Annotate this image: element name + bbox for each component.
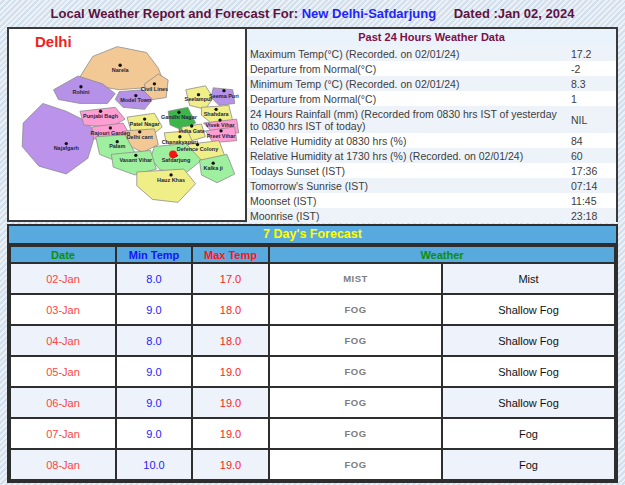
past24-row: 24 Hours Rainfall (mm) (Recorded from 08…: [247, 106, 616, 133]
column-header-weather: Weather: [269, 246, 615, 263]
forecast-max-temp: 18.0: [192, 294, 269, 325]
past24-panel: Past 24 Hours Weather Data Maximum Temp(…: [247, 29, 616, 220]
map-region-label: Palam: [109, 143, 125, 149]
forecast-min-temp: 9.0: [116, 356, 192, 387]
past24-row-value: -2: [568, 61, 616, 76]
weather-icon: FOG: [269, 294, 442, 325]
past24-row: Relative Humidity at 0830 hrs (%)84: [247, 133, 616, 148]
forecast-date: 04-Jan: [10, 325, 116, 356]
weather-icon: FOG: [269, 356, 442, 387]
past24-row-value: 8.3: [568, 76, 616, 91]
map-region-label: Safdarjung: [162, 157, 191, 163]
forecast-min-temp: 9.0: [116, 294, 192, 325]
past24-row-label: Moonset (IST): [247, 193, 568, 208]
past24-row-value: 17.2: [568, 46, 616, 61]
forecast-max-temp: 17.0: [192, 263, 269, 294]
forecast-max-temp: 19.0: [192, 449, 269, 480]
weather-icon: FOG: [269, 449, 442, 480]
past24-row-value: NIL: [568, 106, 616, 133]
forecast-min-temp: 8.0: [116, 325, 192, 356]
map-region-label: Hauz Khas: [157, 177, 185, 183]
past24-row: Departure from Normal(°C)1: [247, 91, 616, 106]
forecast-min-temp: 9.0: [116, 418, 192, 449]
forecast-date: 03-Jan: [10, 294, 116, 325]
forecast-date: 07-Jan: [10, 418, 116, 449]
past24-row-value: 23:18: [568, 208, 616, 223]
past24-row: Tomorrow's Sunrise (IST)07:14: [247, 178, 616, 193]
station-location-marker: [169, 150, 177, 158]
forecast-weather-description: Shallow Fog: [442, 387, 615, 418]
map-region-label: Seema Puri: [209, 93, 239, 99]
forecast-header-row: Date Min Temp Max Temp Weather: [10, 246, 615, 263]
past24-row-label: Maximum Temp(°C) (Recorded. on 02/01/24): [247, 46, 568, 61]
forecast-row: 08-Jan10.019.0FOGFog: [10, 449, 615, 480]
past24-table: Maximum Temp(°C) (Recorded. on 02/01/24)…: [247, 46, 616, 223]
map-region-label: India Gate: [178, 128, 204, 134]
forecast-max-temp: 19.0: [192, 356, 269, 387]
delhi-map-panel: NajafgarhNarelaRohiniCivil LinesModel To…: [9, 29, 247, 220]
map-region-label: Punjabi Bagh: [83, 113, 118, 119]
past24-row: Maximum Temp(°C) (Recorded. on 02/01/24)…: [247, 46, 616, 61]
map-region-label: Patel Nagar: [130, 121, 161, 127]
weather-icon: FOG: [269, 325, 442, 356]
forecast-date: 06-Jan: [10, 387, 116, 418]
map-region-label: Rajouri Garden: [91, 130, 131, 136]
past24-row-value: 1: [568, 91, 616, 106]
weather-icon: MIST: [269, 263, 442, 294]
forecast-weather-description: Shallow Fog: [442, 325, 615, 356]
forecast-max-temp: 19.0: [192, 387, 269, 418]
past24-row-value: 17:36: [568, 163, 616, 178]
map-region-label: Vivek Vihar: [205, 122, 235, 128]
map-region-label: Gandhi Nagar: [161, 114, 198, 120]
forecast-weather-description: Shallow Fog: [442, 294, 615, 325]
forecast-max-temp: 18.0: [192, 325, 269, 356]
forecast-date: 05-Jan: [10, 356, 116, 387]
forecast-row: 07-Jan9.019.0FOGFog: [10, 418, 615, 449]
map-region-hauz-khas[interactable]: [137, 169, 196, 202]
forecast-row: 05-Jan9.019.0FOGShallow Fog: [10, 356, 615, 387]
map-region-label: Defence Colony: [177, 146, 219, 152]
map-region-label: Model Town: [120, 97, 151, 103]
map-region-label: Narela: [112, 67, 130, 73]
forecast-date: 02-Jan: [10, 263, 116, 294]
forecast-row: 06-Jan9.019.0FOGShallow Fog: [10, 387, 615, 418]
past24-row-label: Tomorrow's Sunrise (IST): [247, 178, 568, 193]
map-region-label: Preet Vihar: [207, 133, 237, 139]
forecast-row: 03-Jan9.018.0FOGShallow Fog: [10, 294, 615, 325]
forecast-date: 08-Jan: [10, 449, 116, 480]
delhi-districts-map: NajafgarhNarelaRohiniCivil LinesModel To…: [9, 29, 245, 220]
forecast-table: Date Min Temp Max Temp Weather 02-Jan8.0…: [9, 245, 616, 481]
past24-row-value: 60: [568, 148, 616, 163]
column-header-date: Date: [10, 246, 116, 263]
past24-row-label: Departure from Normal(°C): [247, 61, 568, 76]
map-region-label: Rohini: [72, 89, 89, 95]
map-region-label: Chanakyapuri: [162, 139, 199, 145]
map-region-label: Najafgarh: [54, 145, 79, 151]
past24-row-value: 84: [568, 133, 616, 148]
forecast-weather-description: Fog: [442, 449, 615, 480]
past24-row-value: 07:14: [568, 178, 616, 193]
column-header-max-temp: Max Temp: [192, 246, 269, 263]
map-region-label: Vasant Vihar: [119, 157, 153, 163]
forecast-weather-description: Fog: [442, 418, 615, 449]
forecast-weather-description: Mist: [442, 263, 615, 294]
map-title: Delhi: [35, 33, 72, 50]
forecast-min-temp: 10.0: [116, 449, 192, 480]
forecast-max-temp: 19.0: [192, 418, 269, 449]
past24-row-label: Moonrise (IST): [247, 208, 568, 223]
title-prefix: Local Weather Report and Forecast For:: [51, 6, 299, 21]
forecast-row: 04-Jan8.018.0FOGShallow Fog: [10, 325, 615, 356]
report-top-section: NajafgarhNarelaRohiniCivil LinesModel To…: [7, 27, 618, 222]
map-region-label: Civil Lines: [141, 86, 168, 92]
forecast-weather-description: Shallow Fog: [442, 356, 615, 387]
map-region-label: Delhi cant: [127, 134, 153, 140]
forecast-row: 02-Jan8.017.0MISTMist: [10, 263, 615, 294]
past24-row: Relative Humidity at 1730 hrs (%) (Recor…: [247, 148, 616, 163]
past24-row-label: Todays Sunset (IST): [247, 163, 568, 178]
past24-row-label: Relative Humidity at 0830 hrs (%): [247, 133, 568, 148]
past24-row-label: Departure from Normal(°C): [247, 91, 568, 106]
map-region-label: Shahdara: [204, 111, 230, 117]
station-name-link[interactable]: New Delhi-Safdarjung: [302, 6, 436, 21]
past24-row-value: 11:45: [568, 193, 616, 208]
page-title: Local Weather Report and Forecast For: N…: [0, 0, 625, 27]
